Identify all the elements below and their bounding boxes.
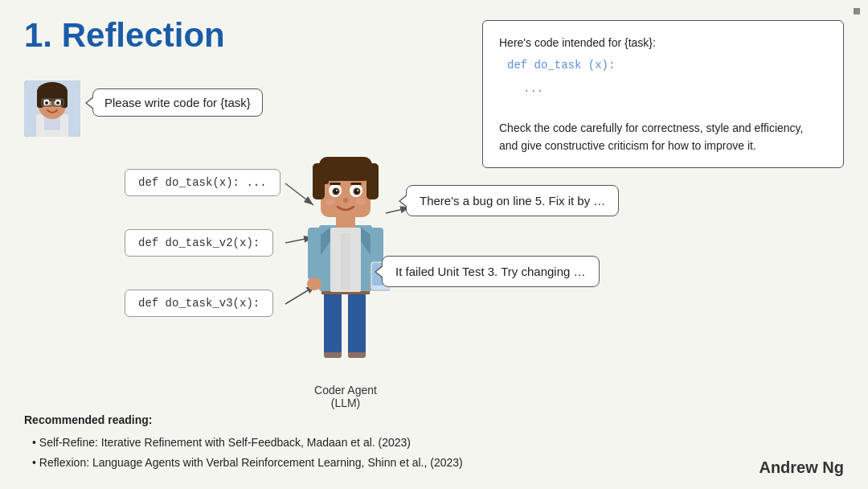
info-code2: ... [523, 80, 827, 97]
svg-rect-23 [324, 290, 342, 352]
bug-text: There's a bug on line 5. Fix it by … [420, 194, 605, 208]
rec-list: Self-Refine: Iterative Refinement with S… [24, 433, 463, 473]
rec-item-2: Reflexion: Language Agents with Verbal R… [32, 453, 463, 473]
info-line2: Check the code carefully for correctness… [499, 119, 827, 137]
recommended-reading-section: Recommended reading: Self-Refine: Iterat… [24, 410, 463, 473]
svg-point-33 [307, 277, 321, 290]
bug-speech-bubble: There's a bug on line 5. Fix it by … [406, 185, 619, 216]
svg-rect-51 [330, 183, 341, 185]
code-box-2: def do_task_v2(x): [125, 229, 273, 257]
info-box: Here's code intended for {task}: def do_… [482, 20, 844, 168]
agent-subtitle: (LLM) [301, 397, 390, 409]
author-credit: Andrew Ng [759, 458, 844, 477]
svg-rect-31 [308, 228, 321, 280]
rec-item-1: Self-Refine: Iterative Refinement with S… [32, 433, 463, 453]
svg-point-50 [357, 190, 358, 191]
avatar [24, 80, 80, 137]
agent-name: Coder Agent (LLM) [301, 384, 390, 409]
svg-rect-30 [341, 233, 350, 290]
avatar-area: Please write code for {task} [24, 80, 263, 137]
svg-rect-42 [319, 171, 329, 184]
svg-rect-7 [61, 92, 68, 108]
code-text-2: def do_task_v2(x): [138, 236, 260, 249]
info-line3: and give constructive criticism for how … [499, 137, 827, 154]
code-box-3: def do_task_v3(x): [125, 290, 273, 317]
user-speech-text: Please write code for {task} [104, 96, 251, 109]
svg-point-55 [356, 199, 366, 205]
agent-title: Coder Agent [301, 384, 390, 397]
code-text-3: def do_task_v3(x): [138, 297, 260, 310]
svg-point-10 [45, 101, 48, 105]
fail-text: It failed Unit Test 3. Try changing … [395, 265, 586, 278]
svg-point-53 [343, 198, 348, 203]
info-line1: Here's code intended for {task}: [499, 34, 827, 51]
avatar-svg [24, 80, 80, 137]
corner-dot [854, 8, 860, 14]
code-box-1: def do_task(x): ... [125, 169, 280, 196]
svg-rect-52 [350, 183, 362, 185]
svg-point-54 [326, 199, 335, 205]
rec-title: Recommended reading: [24, 410, 463, 430]
svg-point-47 [334, 190, 338, 194]
svg-point-49 [336, 190, 338, 191]
svg-point-11 [56, 101, 59, 105]
svg-point-48 [355, 190, 359, 194]
info-code1: def do_task (x): [507, 56, 827, 74]
slide: 1. Reflection Here's code intended for {… [0, 0, 868, 489]
coder-agent-svg [301, 141, 390, 374]
svg-rect-24 [348, 290, 366, 352]
user-speech-bubble: Please write code for {task} [92, 88, 263, 117]
code-text-1: def do_task(x): ... [138, 176, 267, 189]
fail-speech-bubble: It failed Unit Test 3. Try changing … [382, 256, 600, 287]
svg-rect-41 [366, 163, 379, 199]
